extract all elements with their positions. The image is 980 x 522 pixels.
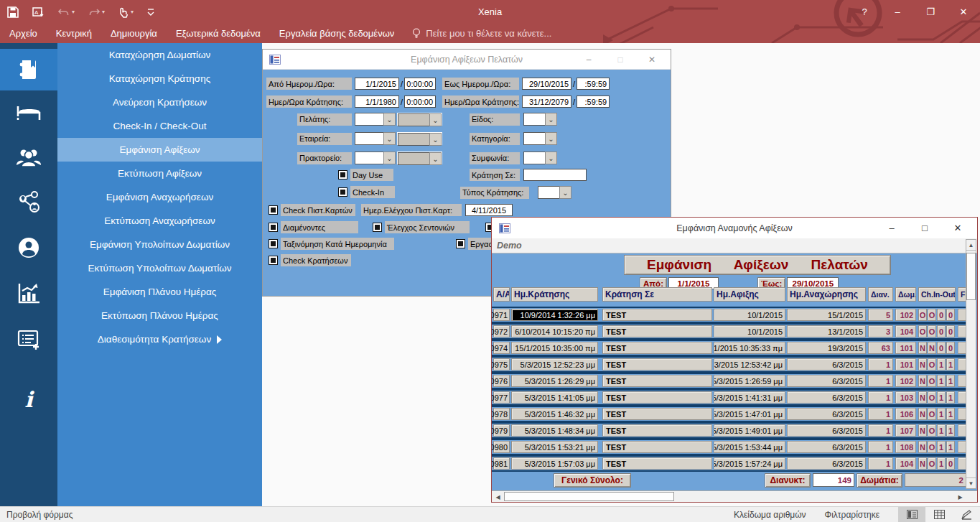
flag-cell[interactable]: O	[918, 325, 927, 337]
cell-aa[interactable]: 10974	[493, 342, 510, 354]
from-time-field[interactable]: 0:00:00	[404, 78, 436, 90]
cell-name[interactable]: TEST	[602, 309, 712, 321]
cell-room[interactable]: 104	[895, 325, 916, 337]
day-use-checkbox[interactable]	[338, 170, 347, 180]
cell-name[interactable]: TEST	[602, 358, 712, 370]
cell-room[interactable]: 101	[895, 342, 916, 354]
flag-cell[interactable]: 1	[946, 391, 955, 404]
sidebar-item-statistics[interactable]	[0, 273, 57, 314]
cell-name[interactable]: TEST	[602, 325, 712, 337]
flag-cell[interactable]: N	[918, 391, 927, 404]
cell-departure[interactable]: 6/3/2015	[787, 358, 866, 370]
window1-close-button[interactable]: ✕	[636, 50, 668, 70]
cell-name[interactable]: TEST	[602, 408, 712, 420]
column-header-1[interactable]: Ημ.Κράτησης	[511, 287, 598, 302]
cell-aa[interactable]: 10977	[493, 391, 510, 404]
scroll-left-arrow[interactable]: ◀	[493, 492, 503, 502]
sidebar-item-rooms[interactable]	[0, 92, 57, 134]
flag-cell[interactable]: 1	[946, 375, 955, 387]
sort-by-date-checkbox[interactable]	[269, 239, 278, 248]
cell-departure[interactable]: 6/3/2015	[787, 441, 866, 453]
company-combo[interactable]: ⌄	[355, 132, 396, 145]
agreement-combo[interactable]: ⌄	[523, 152, 557, 164]
cell-booked[interactable]: 5/3/2015 1:53:21 μμ	[511, 441, 598, 453]
cell-booked[interactable]: 5/3/2015 12:52:23 μμ	[511, 358, 598, 370]
cell-nights[interactable]: 5	[868, 309, 893, 321]
flag-cell[interactable]: N	[918, 342, 927, 354]
sidebar-item-profile[interactable]	[0, 227, 57, 269]
customize-qat-icon[interactable]	[147, 8, 154, 17]
vertical-scroll-thumb[interactable]	[966, 253, 976, 300]
cell-booked[interactable]: 5/3/2015 1:57:03 μμ	[511, 457, 598, 470]
nav-item-0[interactable]: Καταχώρηση Δωματίων	[57, 43, 262, 67]
save-icon[interactable]	[7, 6, 19, 18]
table-row[interactable]: 1097110/9/2014 1:32:26 μμTEST10/1/201515…	[492, 307, 967, 323]
cell-booked[interactable]: 15/1/2015 10:35:00 πμ	[511, 342, 598, 354]
flag-cell[interactable]: O	[928, 408, 936, 420]
table-row[interactable]: 109726/10/2014 10:15:20 πμTEST10/1/20151…	[492, 323, 967, 340]
cell-name[interactable]: TEST	[602, 457, 712, 470]
to-date-field[interactable]: 29/10/2015	[522, 78, 571, 90]
flag-cell[interactable]: N	[918, 457, 927, 470]
flag-cell[interactable]: O	[928, 309, 936, 321]
cell-arrival[interactable]: 5/3/2015 12:53:42 μμ	[714, 358, 785, 370]
flag-cell[interactable]: 1	[937, 375, 946, 387]
cell-booked[interactable]: 5/3/2015 1:48:34 μμ	[511, 424, 598, 437]
table-row[interactable]: 109775/3/2015 1:41:05 μμTEST5/3/2015 1:4…	[492, 389, 967, 406]
restore-button[interactable]: ❐	[914, 0, 947, 24]
cell-departure[interactable]: 19/3/2015	[787, 342, 866, 354]
cell-nights[interactable]: 1	[868, 441, 893, 453]
chevron-down-icon[interactable]: ⌄	[559, 186, 571, 199]
flag-cell[interactable]: 0	[946, 457, 955, 470]
cell-nights[interactable]: 3	[868, 325, 893, 337]
chevron-down-icon[interactable]: ⌄	[545, 113, 557, 126]
sidebar-item-guests[interactable]	[0, 136, 57, 178]
check-in-checkbox[interactable]	[338, 187, 347, 197]
flag-cell[interactable]: N	[918, 424, 927, 437]
column-header-4[interactable]: Ημ.Αναχώρησης	[787, 287, 866, 302]
cell-arrival[interactable]: 5/3/2015 1:47:01 μμ	[714, 408, 785, 420]
horizontal-scrollbar[interactable]: ◀ ▶	[492, 490, 977, 502]
window2-minimize-button[interactable]: –	[875, 218, 908, 238]
cell-room[interactable]: 107	[895, 424, 916, 437]
chevron-down-icon[interactable]: ⌄	[429, 152, 442, 165]
window1-maximize-button[interactable]: □	[605, 50, 636, 70]
cell-arrival[interactable]: 5/3/2015 1:53:44 μμ	[714, 441, 785, 453]
help-button[interactable]: ?	[848, 0, 881, 24]
cell-departure[interactable]: 15/1/2015	[787, 309, 866, 321]
flag-cell[interactable]: O	[928, 325, 936, 337]
window2-close-button[interactable]: ✕	[941, 218, 974, 238]
column-header-3[interactable]: Ημ.Αφιξης	[714, 287, 785, 302]
cell-departure[interactable]: 6/3/2015	[787, 457, 866, 470]
flag-cell[interactable]: O	[928, 358, 936, 370]
chevron-down-icon[interactable]: ⌄	[545, 132, 557, 145]
category-combo[interactable]: ⌄	[523, 132, 557, 145]
cell-arrival[interactable]: 10/1/2015	[714, 309, 785, 321]
flag-cell[interactable]: 0	[937, 342, 946, 354]
res-to-date-field[interactable]: 31/12/2079	[522, 95, 571, 108]
customer-name-combo[interactable]: ⌄	[397, 113, 442, 126]
vertical-scrollbar[interactable]: ▲ ▼	[966, 239, 976, 489]
tell-me-box[interactable]: Πείτε μου τι θέλετε να κάνετε...	[412, 28, 551, 39]
table-row[interactable]: 109765/3/2015 1:26:29 μμTEST5/3/2015 1:2…	[492, 373, 967, 389]
chevron-down-icon[interactable]: ⌄	[383, 113, 396, 126]
sidebar-item-info[interactable]: i	[0, 379, 57, 421]
cell-departure[interactable]: 6/3/2015	[787, 391, 866, 404]
minimize-button[interactable]: –	[881, 0, 914, 24]
scroll-right-arrow[interactable]: ▶	[955, 492, 966, 502]
table-row[interactable]: 109805/3/2015 1:53:21 μμTEST5/3/2015 1:5…	[492, 439, 967, 455]
cell-arrival[interactable]: 10/1/2015	[714, 325, 785, 337]
cell-departure[interactable]: 6/3/2015	[787, 375, 866, 387]
flag-cell[interactable]: 1	[946, 441, 955, 453]
customer-combo[interactable]: ⌄	[355, 113, 396, 126]
form-switch-icon[interactable]: A	[32, 6, 45, 18]
cell-room[interactable]: 108	[895, 441, 916, 453]
flag-cell[interactable]: 1	[937, 408, 946, 420]
flag-cell[interactable]: 1	[937, 441, 946, 453]
nav-item-8[interactable]: Εμφάνιση Υπολοίπων Δωματίων	[57, 233, 262, 256]
sidebar-item-bookings[interactable]	[0, 49, 57, 90]
cell-nights[interactable]: 1	[868, 457, 893, 470]
column-header-7[interactable]: Ch.In-Out	[918, 287, 956, 302]
cell-name[interactable]: TEST	[602, 424, 712, 437]
cell-aa[interactable]: 10972	[493, 325, 510, 337]
